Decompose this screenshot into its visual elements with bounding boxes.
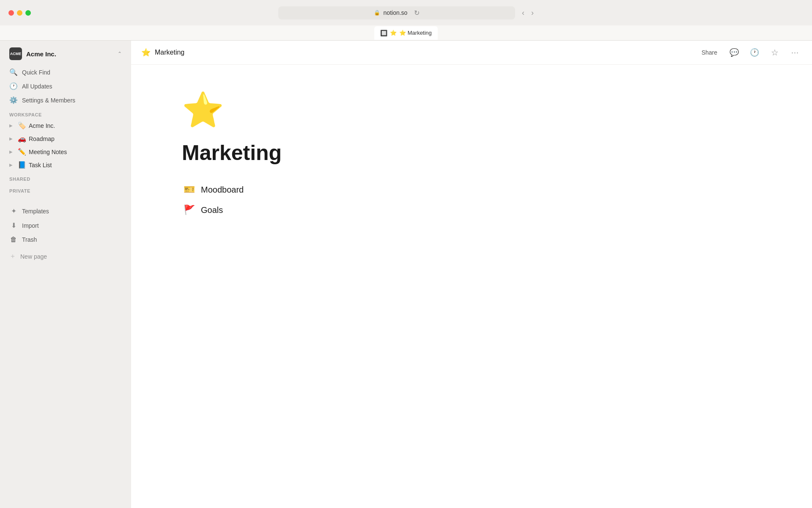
sidebar-label-roadmap: Roadmap (29, 135, 55, 142)
sidebar-item-all-updates[interactable]: 🕐 All Updates (3, 80, 129, 93)
shared-section-label: SHARED (0, 171, 131, 183)
sidebar-label-settings: Settings & Members (22, 97, 75, 104)
new-page-button[interactable]: ＋ New page (3, 248, 129, 264)
tab-marketing[interactable]: 🔲 ⭐ ⭐ Marketing (374, 26, 438, 40)
link-moodboard[interactable]: 🎫 Moodboard (182, 182, 761, 197)
titlebar-center: 🔒 notion.so ↻ ‹ › (278, 6, 534, 19)
private-section-label: PRIVATE (0, 183, 131, 195)
workspace-section-label: WORKSPACE (0, 107, 131, 119)
task-list-emoji: 📘 (18, 161, 26, 169)
sidebar-label-import: Import (22, 222, 39, 229)
forward-button[interactable]: › (531, 8, 534, 17)
sidebar-item-import[interactable]: ⬇ Import (3, 218, 129, 232)
goals-emoji: 🚩 (184, 204, 195, 215)
trash-icon: 🗑 (9, 236, 18, 243)
tab-bar: 🔲 ⭐ ⭐ Marketing (0, 25, 812, 41)
sidebar-item-trash[interactable]: 🗑 Trash (3, 233, 129, 246)
url-text: notion.so (384, 9, 408, 16)
new-page-label: New page (20, 253, 47, 260)
acme-emoji: 🏷️ (18, 121, 26, 130)
traffic-lights (8, 10, 31, 16)
roadmap-emoji: 🚗 (18, 135, 26, 143)
workspace-chevron-icon: ⌃ (118, 51, 122, 57)
sidebar-item-roadmap[interactable]: ▶ 🚗 Roadmap (3, 133, 129, 145)
sidebar-label-meeting-notes: Meeting Notes (29, 149, 67, 155)
chevron-icon: ▶ (9, 123, 15, 128)
reload-icon[interactable]: ↻ (414, 9, 420, 17)
page-header: ⭐ Marketing Share 💬 🕐 ☆ ··· (131, 41, 812, 65)
tab-notion-icon: 🔲 (380, 30, 387, 36)
chevron-icon: ▶ (9, 163, 15, 167)
more-options-icon[interactable]: ··· (788, 46, 802, 59)
sidebar-bottom-area: ✦ Templates ⬇ Import 🗑 Trash (0, 204, 131, 247)
favorite-icon[interactable]: ☆ (768, 46, 782, 59)
tab-title: ⭐ Marketing (399, 30, 432, 36)
import-icon: ⬇ (9, 221, 18, 229)
sidebar-label-all-updates: All Updates (22, 83, 52, 90)
plus-icon: ＋ (9, 252, 16, 261)
gear-icon: ⚙️ (9, 96, 18, 104)
link-goals[interactable]: 🚩 Goals (182, 203, 761, 217)
workspace-icon: ACME (9, 47, 22, 60)
search-icon: 🔍 (9, 68, 18, 76)
page-body: ⭐ Marketing 🎫 Moodboard 🚩 Goals (131, 65, 812, 508)
maximize-button[interactable] (25, 10, 31, 16)
sidebar-item-task-list[interactable]: ▶ 📘 Task List (3, 159, 129, 171)
app-container: ACME Acme Inc. ⌃ 🔍 Quick Find 🕐 All Upda… (0, 41, 812, 508)
moodboard-label: Moodboard (201, 185, 244, 195)
workspace-name: Acme Inc. (26, 50, 113, 58)
comment-icon[interactable]: 💬 (727, 46, 741, 59)
page-header-left: ⭐ Marketing (141, 48, 184, 57)
page-header-icon: ⭐ (141, 48, 151, 57)
templates-icon: ✦ (9, 207, 18, 215)
minimize-button[interactable] (17, 10, 22, 16)
titlebar-left (8, 10, 31, 16)
sidebar-label-acme-inc: Acme Inc. (29, 122, 55, 129)
sidebar-item-settings[interactable]: ⚙️ Settings & Members (3, 94, 129, 107)
sidebar: ACME Acme Inc. ⌃ 🔍 Quick Find 🕐 All Upda… (0, 41, 131, 508)
page-header-title: Marketing (155, 49, 184, 56)
lock-icon: 🔒 (374, 10, 380, 16)
tab-star-icon: ⭐ (390, 30, 397, 36)
sidebar-item-quick-find[interactable]: 🔍 Quick Find (3, 66, 129, 79)
main-content: ⭐ Marketing Share 💬 🕐 ☆ ··· ⭐ Marketing … (131, 41, 812, 508)
titlebar: 🔒 notion.so ↻ ‹ › (0, 0, 812, 25)
page-title: Marketing (182, 140, 761, 166)
close-button[interactable] (8, 10, 14, 16)
sidebar-item-meeting-notes[interactable]: ▶ ✏️ Meeting Notes (3, 146, 129, 158)
clock-icon: 🕐 (9, 82, 18, 90)
back-button[interactable]: ‹ (522, 8, 524, 17)
chevron-icon: ▶ (9, 136, 15, 141)
goals-label: Goals (201, 205, 223, 215)
sidebar-label-trash: Trash (22, 236, 37, 243)
meeting-notes-emoji: ✏️ (18, 148, 26, 156)
sidebar-label-templates: Templates (22, 208, 49, 215)
sidebar-label-quick-find: Quick Find (22, 69, 50, 76)
page-header-right: Share 💬 🕐 ☆ ··· (698, 46, 802, 59)
workspace-header[interactable]: ACME Acme Inc. ⌃ (3, 44, 129, 64)
address-bar[interactable]: 🔒 notion.so ↻ (278, 6, 515, 19)
sidebar-item-acme-inc[interactable]: ▶ 🏷️ Acme Inc. (3, 119, 129, 132)
sidebar-item-templates[interactable]: ✦ Templates (3, 204, 129, 218)
sidebar-label-task-list: Task List (29, 162, 52, 168)
moodboard-emoji: 🎫 (184, 184, 195, 195)
share-button[interactable]: Share (698, 47, 721, 58)
history-icon[interactable]: 🕐 (748, 46, 761, 59)
chevron-icon: ▶ (9, 149, 15, 154)
titlebar-nav: ‹ › (522, 8, 534, 17)
page-emoji-icon: ⭐ (182, 90, 761, 130)
